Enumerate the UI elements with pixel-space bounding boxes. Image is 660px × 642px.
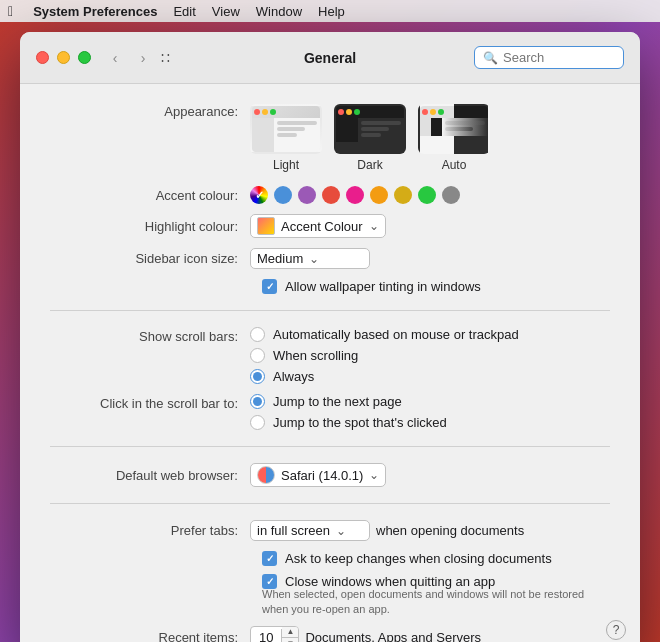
prefer-tabs-dropdown[interactable]: in full screen ⌄ (250, 520, 370, 541)
accent-purple[interactable] (298, 186, 316, 204)
checkmark-icon-3: ✓ (266, 576, 274, 587)
scroll-when-radio[interactable] (250, 348, 265, 363)
scroll-always-row: Always (250, 369, 519, 384)
ask-keep-changes-checkbox[interactable]: ✓ (262, 551, 277, 566)
section-divider-3 (50, 503, 610, 504)
ask-keep-changes-row: ✓ Ask to keep changes when closing docum… (262, 551, 610, 566)
section-divider-2 (50, 446, 610, 447)
scroll-always-label: Always (273, 369, 314, 384)
accent-graphite[interactable] (442, 186, 460, 204)
stepper-down-button[interactable]: ▼ (282, 638, 298, 642)
back-button[interactable]: ‹ (103, 48, 127, 68)
accent-yellow[interactable] (394, 186, 412, 204)
appearance-light-thumb[interactable] (250, 104, 322, 154)
show-scroll-bars-label: Show scroll bars: (50, 327, 250, 344)
appearance-auto[interactable]: Auto (418, 104, 490, 172)
appearance-light[interactable]: Light (250, 104, 322, 172)
accent-multicolor[interactable] (250, 186, 268, 204)
close-windows-hint: When selected, open documents and window… (262, 587, 610, 618)
highlight-colour-value: Accent Colour (281, 219, 363, 234)
menu-help[interactable]: Help (318, 4, 345, 19)
help-button[interactable]: ? (606, 620, 626, 640)
click-next-radio[interactable] (250, 394, 265, 409)
preferences-window: ‹ › ∷ General 🔍 Appearance: (20, 32, 640, 642)
forward-button[interactable]: › (131, 48, 155, 68)
wallpaper-tinting-checkbox[interactable]: ✓ (262, 279, 277, 294)
accent-orange[interactable] (370, 186, 388, 204)
ask-keep-changes-label: Ask to keep changes when closing documen… (285, 551, 552, 566)
click-scroll-bar-options: Jump to the next page Jump to the spot t… (250, 394, 447, 430)
appearance-auto-thumb[interactable] (418, 104, 490, 154)
click-next-row: Jump to the next page (250, 394, 447, 409)
titlebar: ‹ › ∷ General 🔍 (20, 32, 640, 84)
click-scroll-bar-label: Click in the scroll bar to: (50, 394, 250, 411)
scroll-always-radio[interactable] (250, 369, 265, 384)
recent-items-value: 10 (251, 629, 282, 642)
search-input[interactable] (503, 50, 615, 65)
highlight-colour-row: Highlight colour: Accent Colour ⌄ (50, 214, 610, 238)
default-browser-label: Default web browser: (50, 468, 250, 483)
appearance-dark-label: Dark (357, 158, 382, 172)
wallpaper-tinting-row: ✓ Allow wallpaper tinting in windows (262, 279, 610, 294)
appearance-auto-label: Auto (442, 158, 467, 172)
checkmark-icon-2: ✓ (266, 553, 274, 564)
minimize-button[interactable] (57, 51, 70, 64)
sidebar-icon-size-row: Sidebar icon size: Medium ⌄ (50, 248, 610, 269)
show-scroll-bars-options: Automatically based on mouse or trackpad… (250, 327, 519, 384)
menu-app-name[interactable]: System Preferences (33, 4, 157, 19)
recent-items-content: 10 ▲ ▼ Documents, Apps and Servers (250, 626, 481, 642)
accent-pink[interactable] (346, 186, 364, 204)
sidebar-icon-size-label: Sidebar icon size: (50, 251, 250, 266)
default-browser-row: Default web browser: Safari (14.0.1) ⌄ (50, 463, 610, 487)
click-spot-radio[interactable] (250, 415, 265, 430)
search-icon: 🔍 (483, 51, 498, 65)
accent-blue[interactable] (274, 186, 292, 204)
highlight-colour-dropdown[interactable]: Accent Colour ⌄ (250, 214, 386, 238)
default-browser-dropdown[interactable]: Safari (14.0.1) ⌄ (250, 463, 386, 487)
section-divider-1 (50, 310, 610, 311)
traffic-lights (36, 51, 91, 64)
accent-red[interactable] (322, 186, 340, 204)
appearance-row: Appearance: (50, 104, 610, 172)
default-browser-value: Safari (14.0.1) (281, 468, 363, 483)
accent-colour-label: Accent colour: (50, 188, 250, 203)
grid-icon[interactable]: ∷ (161, 50, 170, 66)
scroll-auto-row: Automatically based on mouse or trackpad (250, 327, 519, 342)
appearance-label: Appearance: (50, 104, 250, 119)
stepper-buttons: ▲ ▼ (282, 627, 298, 642)
appearance-light-label: Light (273, 158, 299, 172)
sidebar-icon-size-dropdown[interactable]: Medium ⌄ (250, 248, 370, 269)
prefer-tabs-suffix: when opening documents (376, 523, 524, 538)
click-spot-row: Jump to the spot that's clicked (250, 415, 447, 430)
browser-chevron-icon: ⌄ (369, 468, 379, 482)
accent-green[interactable] (418, 186, 436, 204)
nav-buttons: ‹ › (103, 48, 155, 68)
prefer-tabs-content: in full screen ⌄ when opening documents (250, 520, 524, 541)
maximize-button[interactable] (78, 51, 91, 64)
highlight-colour-swatch (257, 217, 275, 235)
accent-colour-row: Accent colour: (50, 186, 610, 204)
search-box[interactable]: 🔍 (474, 46, 624, 69)
recent-items-stepper[interactable]: 10 ▲ ▼ (250, 626, 299, 642)
menu-edit[interactable]: Edit (173, 4, 195, 19)
recent-items-suffix: Documents, Apps and Servers (305, 630, 481, 642)
appearance-dark[interactable]: Dark (334, 104, 406, 172)
menubar:  System Preferences Edit View Window He… (0, 0, 660, 22)
sidebar-icon-size-value: Medium (257, 251, 303, 266)
stepper-up-button[interactable]: ▲ (282, 627, 298, 638)
prefer-tabs-label: Prefer tabs: (50, 523, 250, 538)
menu-view[interactable]: View (212, 4, 240, 19)
show-scroll-bars-row: Show scroll bars: Automatically based on… (50, 327, 610, 384)
scroll-when-label: When scrolling (273, 348, 358, 363)
menu-window[interactable]: Window (256, 4, 302, 19)
appearance-options: Light (250, 104, 490, 172)
apple-logo-icon[interactable]:  (8, 3, 13, 19)
appearance-dark-thumb[interactable] (334, 104, 406, 154)
tabs-chevron-icon: ⌄ (336, 524, 346, 538)
wallpaper-tinting-label: Allow wallpaper tinting in windows (285, 279, 481, 294)
window-title: General (304, 50, 356, 66)
close-button[interactable] (36, 51, 49, 64)
safari-icon (257, 466, 275, 484)
scroll-auto-label: Automatically based on mouse or trackpad (273, 327, 519, 342)
scroll-auto-radio[interactable] (250, 327, 265, 342)
